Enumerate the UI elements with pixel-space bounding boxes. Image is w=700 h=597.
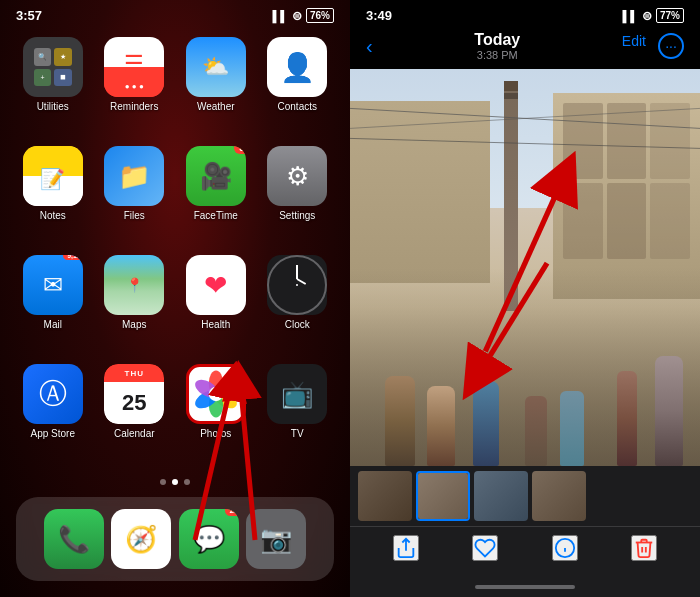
dock-safari[interactable]: 🧭 <box>111 509 171 569</box>
signal-icon-left: ▌▌ <box>272 10 288 22</box>
nav-bar: ‹ Today 3:38 PM Edit ··· <box>350 27 700 69</box>
sun-icon: ⛅ <box>202 54 229 80</box>
nav-title: Today 3:38 PM <box>474 31 520 61</box>
app-clock[interactable]: Clock <box>263 255 333 352</box>
delete-button[interactable] <box>631 535 657 561</box>
wifi-icon-left: ⊜ <box>292 9 302 23</box>
svg-point-6 <box>209 387 223 401</box>
app-label-reminders: Reminders <box>110 101 158 112</box>
app-label-tv: TV <box>291 428 304 439</box>
signal-icon-right: ▌▌ <box>622 10 638 22</box>
app-weather[interactable]: ⛅ Weather <box>181 37 251 134</box>
app-label-calendar: Calendar <box>114 428 155 439</box>
app-label-settings: Settings <box>279 210 315 221</box>
favorite-button[interactable] <box>472 535 498 561</box>
calendar-day-name: THU <box>125 369 144 378</box>
app-label-appstore: App Store <box>31 428 75 439</box>
badge-messages: 213 <box>225 509 238 516</box>
app-label-clock: Clock <box>285 319 310 330</box>
share-button[interactable] <box>393 535 419 561</box>
app-label-facetime: FaceTime <box>194 210 238 221</box>
dot-2 <box>172 479 178 485</box>
nav-subtitle: 3:38 PM <box>474 49 520 61</box>
app-label-health: Health <box>201 319 230 330</box>
app-label-photos: Photos <box>200 428 231 439</box>
app-label-utilities: Utilities <box>37 101 69 112</box>
app-calendar[interactable]: THU 25 Calendar <box>100 364 170 461</box>
page-dots <box>0 471 350 493</box>
app-label-contacts: Contacts <box>278 101 317 112</box>
app-label-mail: Mail <box>44 319 62 330</box>
thumb-1[interactable] <box>358 471 412 521</box>
dock-camera[interactable]: 📷 <box>246 509 306 569</box>
status-bar-right: 3:49 ▌▌ ⊜ 77% <box>350 0 700 27</box>
app-label-notes: Notes <box>40 210 66 221</box>
status-icons-left: ▌▌ ⊜ 76% <box>272 8 334 23</box>
thumb-4[interactable] <box>532 471 586 521</box>
app-label-files: Files <box>124 210 145 221</box>
app-facetime[interactable]: 🎥 3 FaceTime <box>181 146 251 243</box>
gear-icon: ⚙ <box>286 161 309 192</box>
bottom-toolbar <box>350 526 700 577</box>
clock-face <box>267 255 327 315</box>
left-phone: 3:57 ▌▌ ⊜ 76% 🔍 ★ + ◼ Utilities <box>0 0 350 597</box>
home-indicator <box>350 577 700 597</box>
edit-button[interactable]: Edit <box>622 33 646 59</box>
status-bar-left: 3:57 ▌▌ ⊜ 76% <box>0 0 350 27</box>
battery-right: 77% <box>656 8 684 23</box>
app-settings[interactable]: ⚙ Settings <box>263 146 333 243</box>
dock-phone[interactable]: 📞 <box>44 509 104 569</box>
app-label-weather: Weather <box>197 101 235 112</box>
thumb-3[interactable] <box>474 471 528 521</box>
app-tv[interactable]: 📺 TV <box>263 364 333 461</box>
photo-main <box>350 69 700 466</box>
app-maps[interactable]: 📍 Maps <box>100 255 170 352</box>
time-left: 3:57 <box>16 8 42 23</box>
wifi-icon-right: ⊜ <box>642 9 652 23</box>
status-icons-right: ▌▌ ⊜ 77% <box>622 8 684 23</box>
calendar-date: 25 <box>122 390 146 416</box>
battery-left: 76% <box>306 8 334 23</box>
home-bar <box>475 585 575 589</box>
badge-mail: 9,128 <box>63 255 83 260</box>
app-appstore[interactable]: Ⓐ App Store <box>18 364 88 461</box>
thumb-2[interactable] <box>416 471 470 521</box>
back-button[interactable]: ‹ <box>366 35 373 58</box>
app-reminders[interactable]: ☰ ● ● ● Reminders <box>100 37 170 134</box>
app-label-maps: Maps <box>122 319 146 330</box>
nav-actions: Edit ··· <box>622 33 684 59</box>
dock: 📞 🧭 💬 213 📷 <box>16 497 334 581</box>
info-button[interactable] <box>552 535 578 561</box>
nav-title-text: Today <box>474 31 520 49</box>
badge-facetime: 3 <box>234 146 246 154</box>
dot-1 <box>160 479 166 485</box>
svg-line-16 <box>476 263 547 378</box>
app-files[interactable]: 📁 Files <box>100 146 170 243</box>
app-contacts[interactable]: 👤 Contacts <box>263 37 333 134</box>
dot-3 <box>184 479 190 485</box>
app-notes[interactable]: 📝 Notes <box>18 146 88 243</box>
app-photos[interactable]: Photos <box>181 364 251 461</box>
thumbnail-strip <box>350 466 700 526</box>
right-phone: 3:49 ▌▌ ⊜ 77% ‹ Today 3:38 PM Edit ··· <box>350 0 700 597</box>
app-health[interactable]: ❤ Health <box>181 255 251 352</box>
app-utilities[interactable]: 🔍 ★ + ◼ Utilities <box>18 37 88 134</box>
svg-line-15 <box>485 175 564 351</box>
dock-messages[interactable]: 💬 213 <box>179 509 239 569</box>
more-button[interactable]: ··· <box>658 33 684 59</box>
app-mail[interactable]: ✉ 9,128 Mail <box>18 255 88 352</box>
time-right: 3:49 <box>366 8 392 23</box>
apps-grid: 🔍 ★ + ◼ Utilities ☰ ● ● ● Reminders ⛅ <box>0 27 350 471</box>
photo-scene <box>350 69 700 466</box>
